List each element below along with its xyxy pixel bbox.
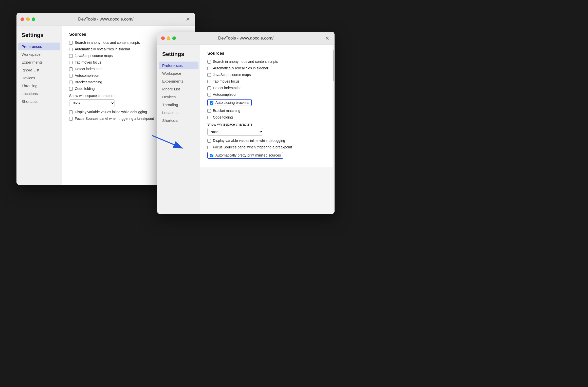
whitespace-select-row-2: None All Trailing <box>207 128 329 136</box>
sidebar-item-experiments-1[interactable]: Experiments <box>16 58 62 66</box>
whitespace-select-2[interactable]: None All Trailing <box>207 128 263 136</box>
sidebar-item-shortcuts-1[interactable]: Shortcuts <box>16 98 62 105</box>
maximize-traffic-light-2[interactable] <box>172 36 176 40</box>
checkbox-label-tabfocus-2: Tab moves focus <box>213 79 240 83</box>
sidebar-item-preferences-1[interactable]: Preferences <box>18 43 60 50</box>
sidebar-item-locations-2[interactable]: Locations <box>157 109 200 117</box>
checkbox-input-displayvars-2[interactable] <box>207 139 211 143</box>
maximize-traffic-light-1[interactable] <box>32 17 35 21</box>
checkbox-label-autoclosing-2: Auto closing brackets <box>215 101 249 105</box>
checkbox-label-focussources-1: Focus Sources panel when triggering a br… <box>75 117 154 121</box>
checkbox-input-autoclosing-2[interactable] <box>210 101 213 105</box>
titlebar-2: DevTools - www.google.com/ ✕ <box>157 32 335 45</box>
checkbox-codefolding-2: Code folding <box>207 115 329 119</box>
minimize-traffic-light-1[interactable] <box>26 17 30 21</box>
sidebar-title-2: Settings <box>157 49 200 62</box>
checkbox-label-prettyprint-2: Automatically pretty print minified sour… <box>215 153 281 157</box>
sidebar-item-ignorelist-2[interactable]: Ignore List <box>157 85 200 93</box>
checkbox-label-codefolding-2: Code folding <box>213 115 233 119</box>
checkbox-input-focussources-1[interactable] <box>69 117 73 121</box>
checkbox-input-bracketmatching-1[interactable] <box>69 81 73 84</box>
sidebar-1: Settings Preferences Workspace Experimen… <box>16 26 62 185</box>
checkbox-input-autocompletion-2[interactable] <box>207 93 211 96</box>
scrollbar-track-2 <box>333 45 335 214</box>
sidebar-2: Settings Preferences Workspace Experimen… <box>157 45 200 214</box>
checkbox-sourcemaps-2: JavaScript source maps <box>207 73 329 77</box>
checkbox-input-anonymous-2[interactable] <box>207 60 211 64</box>
checkbox-input-bracketmatching-2[interactable] <box>207 109 211 113</box>
close-button-1[interactable]: ✕ <box>186 17 190 22</box>
sidebar-item-preferences-2[interactable]: Preferences <box>159 62 198 69</box>
sidebar-item-ignorelist-1[interactable]: Ignore List <box>16 66 62 74</box>
close-button-2[interactable]: ✕ <box>325 36 329 41</box>
checkbox-label-autocompletion-1: Autocompletion <box>75 73 99 78</box>
traffic-lights-2 <box>161 36 176 40</box>
checkbox-input-codefolding-2[interactable] <box>207 116 211 119</box>
checkbox-input-tabfocus-2[interactable] <box>207 80 211 83</box>
checkbox-label-bracketmatching-1: Bracket matching <box>75 80 102 84</box>
sidebar-item-devices-2[interactable]: Devices <box>157 93 200 101</box>
window-title-2: DevTools - www.google.com/ <box>218 36 273 41</box>
section-heading-2: Sources <box>207 51 329 56</box>
checkbox-label-tabfocus-1: Tab moves focus <box>75 60 101 64</box>
minimize-traffic-light-2[interactable] <box>167 36 170 40</box>
sidebar-item-throttling-2[interactable]: Throttling <box>157 101 200 109</box>
checkbox-focussources-2: Focus Sources panel when triggering a br… <box>207 145 329 149</box>
sidebar-title-1: Settings <box>16 30 62 43</box>
checkbox-label-displayvars-1: Display variable values inline while deb… <box>75 110 147 114</box>
checkbox-label-indentation-1: Detect indentation <box>75 67 103 71</box>
checkbox-input-anonymous-1[interactable] <box>69 41 73 45</box>
sidebar-item-throttling-1[interactable]: Throttling <box>16 82 62 90</box>
checkbox-prettyprint-2: Automatically pretty print minified sour… <box>207 152 329 159</box>
checkbox-input-focussources-2[interactable] <box>207 146 211 149</box>
highlight-box-autoclosing: Auto closing brackets <box>207 99 252 106</box>
checkbox-input-reveal-1[interactable] <box>69 48 73 51</box>
sidebar-item-locations-1[interactable]: Locations <box>16 90 62 98</box>
scrollbar-thumb-2[interactable] <box>333 50 334 81</box>
checkbox-label-codefolding-1: Code folding <box>75 87 95 91</box>
devtools-window-2: DevTools - www.google.com/ ✕ Settings Pr… <box>157 32 335 214</box>
checkbox-anonymous-scripts-2: Search in anonymous and content scripts <box>207 60 329 64</box>
checkbox-input-autocompletion-1[interactable] <box>69 74 73 78</box>
close-traffic-light-1[interactable] <box>21 17 24 21</box>
sidebar-item-shortcuts-2[interactable]: Shortcuts <box>157 117 200 124</box>
checkbox-label-reveal-1: Automatically reveal files in sidebar <box>75 47 130 51</box>
checkbox-input-indentation-2[interactable] <box>207 86 211 90</box>
checkbox-label-displayvars-2: Display variable values inline while deb… <box>213 139 285 143</box>
checkbox-label-sourcemaps-1: JavaScript source maps <box>75 54 113 58</box>
checkbox-input-tabfocus-1[interactable] <box>69 61 73 64</box>
checkbox-reveal-files-2: Automatically reveal files in sidebar <box>207 66 329 70</box>
checkbox-displayvars-2: Display variable values inline while deb… <box>207 139 329 143</box>
checkbox-label-anonymous-2: Search in anonymous and content scripts <box>213 60 278 64</box>
titlebar-1: DevTools - www.google.com/ ✕ <box>16 13 195 26</box>
checkbox-label-reveal-2: Automatically reveal files in sidebar <box>213 66 268 70</box>
checkbox-label-autocompletion-2: Autocompletion <box>213 92 237 96</box>
settings-body-2: Settings Preferences Workspace Experimen… <box>157 45 335 214</box>
whitespace-label-2: Show whitespace characters: <box>207 122 329 126</box>
checkbox-input-sourcemaps-2[interactable] <box>207 73 211 77</box>
checkbox-label-bracketmatching-2: Bracket matching <box>213 109 240 113</box>
checkbox-input-displayvars-1[interactable] <box>69 110 73 114</box>
main-content-2: Sources Search in anonymous and content … <box>200 45 335 167</box>
checkbox-input-prettyprint-2[interactable] <box>210 154 213 157</box>
traffic-lights-1 <box>21 17 35 21</box>
sidebar-item-workspace-2[interactable]: Workspace <box>157 69 200 77</box>
main-content-wrapper-2: Sources Search in anonymous and content … <box>200 45 335 214</box>
sidebar-item-devices-1[interactable]: Devices <box>16 74 62 82</box>
checkbox-input-indentation-1[interactable] <box>69 67 73 71</box>
checkbox-autoclosing-2: Auto closing brackets <box>207 99 329 106</box>
checkbox-bracketmatching-2: Bracket matching <box>207 109 329 113</box>
checkbox-label-focussources-2: Focus Sources panel when triggering a br… <box>213 145 292 149</box>
sidebar-item-experiments-2[interactable]: Experiments <box>157 77 200 85</box>
checkbox-input-codefolding-1[interactable] <box>69 87 73 91</box>
checkbox-input-reveal-2[interactable] <box>207 67 211 70</box>
checkbox-label-sourcemaps-2: JavaScript source maps <box>213 73 251 77</box>
checkbox-label-indentation-2: Detect indentation <box>213 86 242 90</box>
close-traffic-light-2[interactable] <box>161 36 165 40</box>
checkbox-input-sourcemaps-1[interactable] <box>69 54 73 58</box>
checkbox-autocompletion-2: Autocompletion <box>207 92 329 96</box>
highlight-box-prettyprint: Automatically pretty print minified sour… <box>207 152 283 159</box>
whitespace-select-1[interactable]: None All Trailing <box>69 99 115 107</box>
checkbox-indentation-2: Detect indentation <box>207 86 329 90</box>
sidebar-item-workspace-1[interactable]: Workspace <box>16 50 62 58</box>
